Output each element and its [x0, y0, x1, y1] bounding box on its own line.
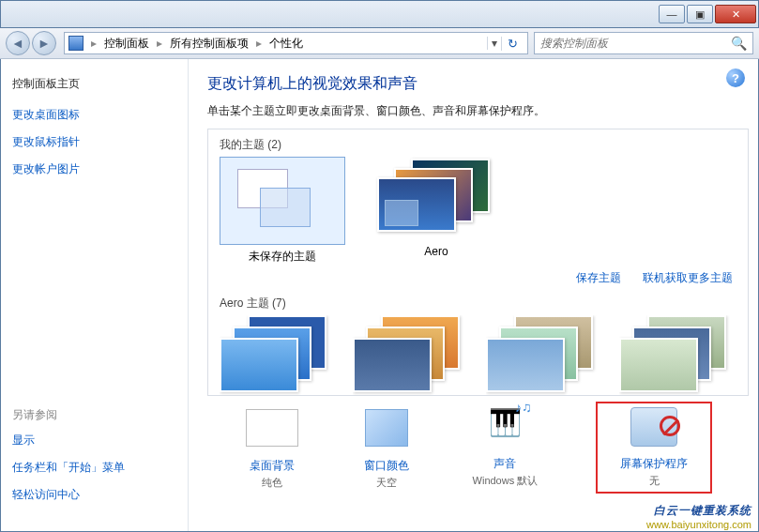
sidebar-home[interactable]: 控制面板主页: [12, 76, 176, 92]
desktop-background-label: 桌面背景: [244, 458, 300, 474]
see-also-ease-access[interactable]: 轻松访问中心: [12, 487, 125, 503]
window-color-item[interactable]: 窗口颜色 天空: [358, 407, 415, 494]
screensaver-label: 屏幕保护程序: [620, 456, 688, 472]
theme-item[interactable]: [353, 315, 465, 396]
maximize-button[interactable]: ▣: [687, 5, 713, 23]
sidebar: 控制面板主页 更改桌面图标 更改鼠标指针 更改帐户图片 另请参阅 显示 任务栏和…: [1, 59, 189, 531]
screensaver-value: 无: [620, 474, 688, 488]
window-color-value: 天空: [358, 476, 415, 490]
prohibit-icon: [660, 416, 680, 436]
sidebar-link-mouse-pointer[interactable]: 更改鼠标指针: [12, 134, 176, 150]
nav-forward-button[interactable]: ►: [32, 31, 56, 55]
search-input[interactable]: [540, 37, 731, 50]
theme-label: 未保存的主题: [220, 249, 345, 265]
theme-item[interactable]: [220, 315, 332, 396]
breadcrumb[interactable]: 所有控制面板项: [164, 36, 254, 52]
address-bar[interactable]: ▸ 控制面板 ▸ 所有控制面板项 ▸ 个性化 ▾ ↻: [64, 32, 528, 54]
titlebar: — ▣ ✕: [0, 0, 759, 28]
sounds-item[interactable]: 🎹♪♫ 声音 Windows 默认: [473, 407, 539, 494]
aero-themes-row: [220, 315, 736, 396]
sidebar-link-desktop-icons[interactable]: 更改桌面图标: [12, 107, 176, 123]
breadcrumb[interactable]: 控制面板: [99, 36, 155, 52]
address-dropdown-icon[interactable]: ▾: [487, 37, 501, 50]
sounds-label: 声音: [473, 456, 539, 472]
see-also-display[interactable]: 显示: [12, 433, 125, 448]
main-content: ? 更改计算机上的视觉效果和声音 单击某个主题立即更改桌面背景、窗口颜色、声音和…: [189, 59, 758, 531]
help-icon[interactable]: ?: [726, 68, 745, 87]
desktop-background-item[interactable]: 桌面背景 纯色: [244, 407, 300, 494]
theme-actions: 保存主题 联机获取更多主题: [223, 270, 733, 286]
window-body: 控制面板主页 更改桌面图标 更改鼠标指针 更改帐户图片 另请参阅 显示 任务栏和…: [0, 59, 759, 532]
chevron-right-icon: ▸: [254, 37, 264, 50]
theme-label: Aero: [373, 245, 499, 258]
aero-themes-label: Aero 主题 (7): [220, 296, 736, 312]
window-color-label: 窗口颜色: [358, 458, 415, 474]
screensaver-item[interactable]: 屏幕保护程序 无: [596, 402, 712, 494]
my-themes-label: 我的主题 (2): [220, 137, 736, 153]
control-panel-icon: [68, 36, 83, 51]
see-also-taskbar[interactable]: 任务栏和「开始」菜单: [12, 460, 125, 476]
desktop-background-value: 纯色: [244, 476, 300, 490]
themes-pane: 我的主题 (2) 未保存的主题 Aero: [207, 129, 749, 396]
search-box[interactable]: 🔍: [534, 32, 753, 54]
theme-item[interactable]: [486, 315, 599, 396]
sounds-icon: 🎹♪♫: [477, 407, 533, 450]
desktop-background-icon: [246, 409, 298, 447]
get-online-themes-link[interactable]: 联机获取更多主题: [643, 271, 733, 284]
screensaver-icon: [630, 407, 677, 447]
sounds-value: Windows 默认: [473, 474, 539, 488]
search-icon[interactable]: 🔍: [731, 36, 747, 51]
page-description: 单击某个主题立即更改桌面背景、窗口颜色、声音和屏幕保护程序。: [207, 103, 749, 119]
theme-thumb: [373, 157, 499, 245]
navbar: ◄ ► ▸ 控制面板 ▸ 所有控制面板项 ▸ 个性化 ▾ ↻ 🔍: [0, 28, 759, 59]
theme-thumb: [220, 157, 345, 245]
window-color-icon: [365, 409, 408, 447]
theme-item-unsaved[interactable]: 未保存的主题: [220, 157, 345, 265]
nav-back-button[interactable]: ◄: [6, 31, 30, 55]
theme-item-aero[interactable]: Aero: [373, 157, 499, 265]
bottom-settings-row: 桌面背景 纯色 窗口颜色 天空 🎹♪♫ 声音 Windows 默认 屏幕保护程序…: [207, 407, 749, 494]
refresh-icon[interactable]: ↻: [501, 37, 524, 51]
sidebar-link-account-picture[interactable]: 更改帐户图片: [12, 161, 176, 177]
theme-item[interactable]: [619, 315, 732, 396]
chevron-right-icon: ▸: [155, 37, 164, 50]
breadcrumb[interactable]: 个性化: [264, 36, 309, 52]
chevron-right-icon: ▸: [89, 37, 99, 50]
close-button[interactable]: ✕: [715, 5, 756, 23]
see-also-label: 另请参阅: [12, 407, 125, 423]
page-title: 更改计算机上的视觉效果和声音: [207, 74, 749, 94]
minimize-button[interactable]: —: [659, 5, 685, 23]
save-theme-link[interactable]: 保存主题: [576, 271, 621, 284]
